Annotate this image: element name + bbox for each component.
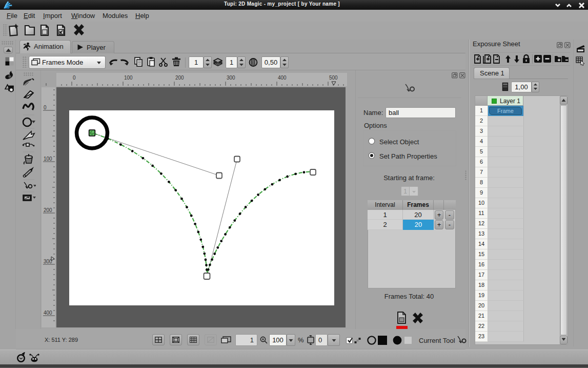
svg-text:300: 300	[44, 259, 52, 264]
svg-text:100: 100	[124, 75, 133, 81]
svg-text:400: 400	[278, 75, 287, 81]
svg-text:0: 0	[44, 105, 47, 110]
svg-text:0: 0	[73, 75, 76, 81]
svg-text:200: 200	[175, 75, 184, 81]
svg-text:400: 400	[44, 310, 52, 316]
svg-text:500: 500	[329, 75, 338, 81]
svg-text:100: 100	[44, 156, 52, 162]
svg-text:200: 200	[44, 207, 52, 213]
svg-text:300: 300	[227, 75, 235, 81]
